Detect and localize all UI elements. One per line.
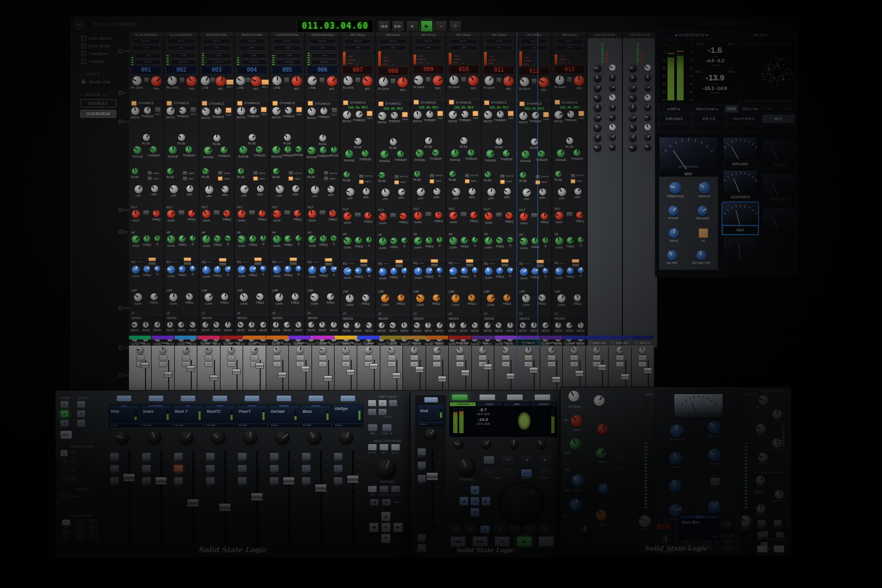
layer-1-button[interactable]: 1: [60, 401, 69, 408]
gate-btn-0[interactable]: EXP IN: [465, 174, 478, 178]
dyn-thresh-knob[interactable]: [567, 111, 574, 118]
lmf-freq-knob[interactable]: [320, 266, 327, 273]
solo-button[interactable]: SOLO: [136, 355, 144, 360]
uc1-comp-peak-knob[interactable]: [772, 409, 782, 419]
uf1-forward-button[interactable]: ▶▶: [472, 536, 488, 547]
lf-freq-knob[interactable]: [221, 293, 228, 300]
hmf-q-knob[interactable]: [366, 237, 372, 243]
routing-box[interactable]: IN/OUT: [203, 39, 230, 44]
lmf-q-knob[interactable]: [366, 267, 372, 273]
send-knob-2[interactable]: [425, 322, 431, 328]
hmf-q-knob[interactable]: [331, 235, 337, 241]
solo-button[interactable]: SOLO: [638, 355, 647, 360]
hf-bell-button[interactable]: [284, 210, 291, 215]
uf1-screen-knob-3[interactable]: [509, 439, 519, 449]
bell-button-1[interactable]: [360, 259, 368, 263]
dyn-release-knob[interactable]: [566, 137, 573, 144]
hf-bell-button[interactable]: [213, 210, 220, 215]
hmf-freq-knob[interactable]: [179, 235, 186, 242]
uc1-threshold-knob[interactable]: [670, 424, 684, 438]
channel-name-rack-tom[interactable]: Rack Tom: [197, 339, 219, 346]
selmode-rev-button[interactable]: [379, 444, 389, 451]
uf8-cut-8[interactable]: [334, 465, 343, 472]
send-knob-2[interactable]: [354, 322, 361, 328]
vu-label-vocals[interactable]: VOCALS: [762, 195, 797, 203]
play-button[interactable]: ▶: [421, 20, 433, 32]
005-drive-knob[interactable]: [292, 76, 302, 87]
hf-gain-knob[interactable]: [202, 210, 211, 218]
input-mode-button[interactable]: [245, 77, 251, 83]
hmf-gain-knob[interactable]: [273, 235, 281, 244]
lf-gain-knob[interactable]: [346, 294, 354, 303]
dyn-thresh-knob[interactable]: [426, 111, 433, 118]
hmf-gain-knob[interactable]: [132, 235, 140, 244]
send-knob-2[interactable]: [319, 322, 325, 328]
pan-knob[interactable]: [502, 347, 509, 354]
reset-button[interactable]: RESET: [727, 30, 795, 40]
uc1-attack-knob[interactable]: [669, 452, 682, 465]
channel-name-horn-2[interactable]: Horn 2: [517, 339, 539, 346]
fader-cap[interactable]: [141, 362, 149, 368]
uf1-punch1-button[interactable]: 1: [510, 525, 520, 533]
solo-button[interactable]: SOLO: [205, 355, 213, 360]
uf1-prev-button[interactable]: ◀: [521, 456, 532, 464]
hf-bell-button[interactable]: [143, 210, 149, 215]
lf-freq-knob[interactable]: [397, 294, 405, 301]
bell-button-1[interactable]: [325, 258, 332, 262]
dyn-release-knob[interactable]: [284, 134, 291, 141]
bank-right-button[interactable]: ▶: [382, 499, 391, 506]
hmf-q-knob[interactable]: [472, 237, 478, 243]
fast-attack-button[interactable]: [155, 107, 161, 112]
lf-gain-knob[interactable]: [240, 293, 248, 301]
tab-guitars[interactable]: GUITARS: [727, 114, 761, 123]
gate-btn-1[interactable]: F.ATK: [359, 180, 371, 184]
channel-name-room-r[interactable]: Room R: [312, 339, 334, 346]
uf8-sel-1[interactable]: [110, 477, 119, 484]
lmf-freq-knob[interactable]: [426, 267, 433, 274]
subtab-4[interactable]: [762, 125, 795, 132]
hf-freq-knob[interactable]: [259, 210, 266, 217]
hmf-q-knob[interactable]: [542, 238, 548, 244]
window-split-line[interactable]: [517, 32, 517, 404]
hmf-gain-knob[interactable]: [308, 235, 316, 244]
gate-btn-1[interactable]: F.ATK: [429, 179, 442, 184]
gate-release-knob[interactable]: [308, 168, 315, 175]
gate-thresh-knob[interactable]: [185, 146, 192, 153]
uf1-softkey-2[interactable]: [479, 394, 496, 401]
cut-button[interactable]: CUT: [570, 362, 578, 367]
fader-cap[interactable]: [575, 370, 584, 376]
rms-chip[interactable]: RMS: [724, 105, 739, 113]
solo-button[interactable]: SOLO: [570, 355, 578, 360]
fast-attack-button[interactable]: [437, 111, 443, 116]
lpf-knob[interactable]: [487, 188, 496, 196]
dpad-down-button[interactable]: ▼: [381, 533, 391, 543]
channel-name-keys-1[interactable]: Keys 1: [403, 339, 425, 346]
005-input-gain-knob[interactable]: [272, 76, 282, 85]
comp-in-button[interactable]: [710, 477, 720, 486]
uc1-comp-release-knob[interactable]: [772, 438, 782, 448]
auto-trim-button[interactable]: [62, 531, 71, 537]
channel-name-keys-2[interactable]: Keys 2: [426, 339, 448, 346]
filter-lpf-knob[interactable]: [594, 395, 605, 406]
gate-thresh-knob[interactable]: [467, 149, 475, 157]
uf1-bank-left-button[interactable]: ◀: [483, 469, 494, 477]
gate-btn-1[interactable]: FSTT: [147, 176, 159, 181]
uf1-rec-ready-button[interactable]: ●: [540, 525, 550, 533]
fast-attack-button[interactable]: [190, 107, 196, 112]
screen-tab-presets[interactable]: PRESETS: [531, 402, 557, 406]
hf-gain-knob[interactable]: [485, 212, 493, 220]
send-knob-3[interactable]: [295, 322, 302, 328]
fader-cap[interactable]: [164, 371, 173, 377]
routing-box[interactable]: IN/OUT: [273, 39, 301, 44]
pan-knob[interactable]: [365, 347, 372, 354]
send-knob-1[interactable]: [485, 322, 491, 328]
hmf-gain-knob[interactable]: [238, 235, 246, 244]
bell-button-1[interactable]: [219, 258, 227, 262]
lite-knob-2[interactable]: [644, 114, 651, 121]
uf8-softkey-2[interactable]: [148, 395, 164, 402]
dyn-thresh-knob[interactable]: [179, 107, 186, 114]
pan-knob[interactable]: [388, 347, 395, 354]
channel-name-vocal-samp2[interactable]: Vocal Samp2: [563, 339, 585, 346]
hf-gain-knob[interactable]: [449, 212, 458, 220]
lmf-freq-knob[interactable]: [284, 266, 292, 273]
